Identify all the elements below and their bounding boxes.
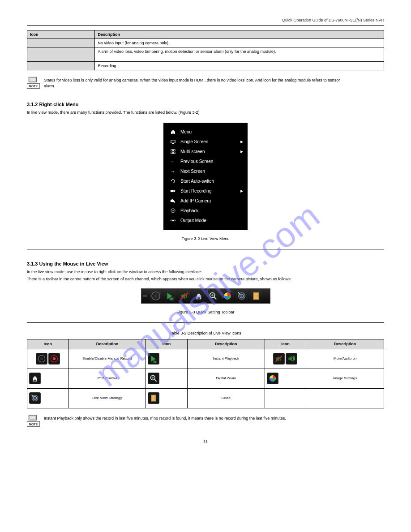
cm-single-screen[interactable]: Single Screen ▶ <box>163 137 248 147</box>
tbl1-r2-icon <box>27 47 95 62</box>
instant-playback-icon: 5m <box>148 353 159 365</box>
record-on-icon <box>48 353 60 365</box>
cm-next-screen[interactable]: → Next Screen <box>163 167 248 176</box>
section2-para1: In the live view mode, use the mouse to … <box>27 269 384 275</box>
table2-title: Table 3-2 Description of Live View Icons <box>27 331 384 335</box>
cm-previous-screen[interactable]: ← Previous Screen <box>163 157 248 167</box>
desc-r3-2: Close <box>187 388 265 408</box>
th-desc3: Description <box>306 339 384 349</box>
ptz-button[interactable] <box>193 290 205 302</box>
close-button[interactable] <box>250 290 262 302</box>
zoom-icon-cell <box>146 369 187 388</box>
cm-output-mode[interactable]: Output Mode <box>163 216 248 226</box>
image-settings-button[interactable] <box>221 290 234 302</box>
svg-rect-13 <box>171 199 173 200</box>
mute-icon <box>273 353 285 365</box>
th-desc: Description <box>68 339 146 349</box>
svg-line-22 <box>174 222 175 222</box>
cm-label: Menu <box>180 129 243 134</box>
image-settings-icon-cell <box>265 369 306 388</box>
svg-rect-7 <box>171 150 172 151</box>
refresh-icon <box>170 178 176 184</box>
tbl1-r1-icon <box>27 39 95 47</box>
svg-point-26 <box>154 294 157 297</box>
desc-r2-3: Image Settings <box>306 369 384 388</box>
instant-playback-button[interactable]: 5m <box>164 290 176 302</box>
svg-point-43 <box>40 357 43 360</box>
empty-icon-cell <box>265 388 306 408</box>
image-settings-icon <box>267 373 278 384</box>
cm-label: Single Screen <box>180 139 240 144</box>
section-heading-mouse: 3.1.3 Using the Mouse in Live View <box>27 261 384 266</box>
cm-auto-switch[interactable]: Start Auto-switch <box>163 176 248 186</box>
cm-label: Add IP Camera <box>180 198 243 203</box>
cm-menu[interactable]: Menu <box>163 127 248 137</box>
mute-button[interactable] <box>178 290 191 302</box>
note-icon-2: NOTE <box>27 414 41 428</box>
desc-r3-3 <box>306 388 384 408</box>
note-icon: NOTE <box>27 76 41 90</box>
strategy-button[interactable] <box>235 290 248 302</box>
svg-point-38 <box>241 295 242 296</box>
svg-rect-8 <box>173 150 175 151</box>
camera-icon <box>170 198 176 204</box>
svg-point-45 <box>52 357 56 360</box>
th-icon2: Icon <box>146 339 187 349</box>
record-off-on-icons <box>27 349 68 369</box>
th-icon3: Icon <box>265 339 306 349</box>
svg-text:5m: 5m <box>154 360 157 362</box>
arrow-right-icon: → <box>170 168 176 175</box>
ptz-icon <box>29 373 41 384</box>
svg-line-23 <box>171 222 171 222</box>
svg-rect-2 <box>30 78 36 81</box>
section-divider-2 <box>27 322 384 323</box>
multiscreen-icon <box>170 149 176 155</box>
cm-label: Next Screen <box>180 169 243 174</box>
th-desc2: Description <box>187 339 265 349</box>
svg-text:NOTE: NOTE <box>29 423 38 426</box>
mute-audio-icons <box>265 349 306 369</box>
instant-playback-icon-cell: 5m <box>146 349 187 369</box>
svg-text:NOTE: NOTE <box>29 85 38 88</box>
chevron-right-icon: ▶ <box>240 140 243 144</box>
page-number: 11 <box>27 439 384 443</box>
strategy-icon <box>29 392 41 404</box>
table2-note-text: Instant Playback only shows the record i… <box>44 416 348 421</box>
close-icon-cell <box>146 388 187 408</box>
zoom-button[interactable] <box>207 290 219 302</box>
fig32-caption: Figure 3-2 Live View Menu <box>27 236 384 241</box>
cm-multi-screen[interactable]: Multi-screen ▶ <box>163 147 248 157</box>
desc-r1-2: Instant Playback <box>187 349 265 369</box>
chevron-right-icon: ▶ <box>240 150 243 154</box>
cm-label: Multi-screen <box>180 149 240 154</box>
cm-label: Playback <box>180 208 243 213</box>
svg-rect-62 <box>30 416 36 419</box>
tbl1-header-icon: Icon <box>27 30 95 39</box>
desc-r2-1: PTZ Control <box>68 369 146 388</box>
header-divider <box>27 25 384 26</box>
record-button[interactable] <box>150 290 162 302</box>
cm-label: Start Recording <box>180 189 240 193</box>
desc-r2-2: Digital Zoom <box>187 369 265 388</box>
svg-point-60 <box>154 398 155 399</box>
cm-label: Output Mode <box>180 218 243 223</box>
cm-add-ip-camera[interactable]: Add IP Camera <box>163 196 248 206</box>
tbl1-header-desc: Description <box>95 30 384 39</box>
cm-playback[interactable]: Playback <box>163 206 248 216</box>
tbl1-r1-desc: No video input (for analog camera only). <box>95 39 384 47</box>
tbl1-r3-desc: Recording <box>95 62 384 70</box>
toolbar-handle-icon[interactable] <box>143 294 148 298</box>
cm-label: Start Auto-switch <box>180 179 243 184</box>
svg-point-57 <box>34 398 36 399</box>
cm-start-recording[interactable]: Start Recording ▶ <box>163 186 248 196</box>
record-off-icon <box>36 353 47 365</box>
svg-point-41 <box>257 296 257 296</box>
camcorder-icon <box>170 188 176 194</box>
svg-point-16 <box>172 220 174 222</box>
desc-r1-3: Mute/Audio on <box>306 349 384 369</box>
tbl1-r2-desc: Alarm of video loss, video tampering, mo… <box>95 47 384 62</box>
section-divider <box>27 249 384 249</box>
desc-r1-1: Enable/Disable Manual Record <box>68 349 146 369</box>
fig33-caption: Figure 3-3 Quick Setting Toolbar <box>27 310 384 314</box>
svg-rect-6 <box>172 143 174 144</box>
